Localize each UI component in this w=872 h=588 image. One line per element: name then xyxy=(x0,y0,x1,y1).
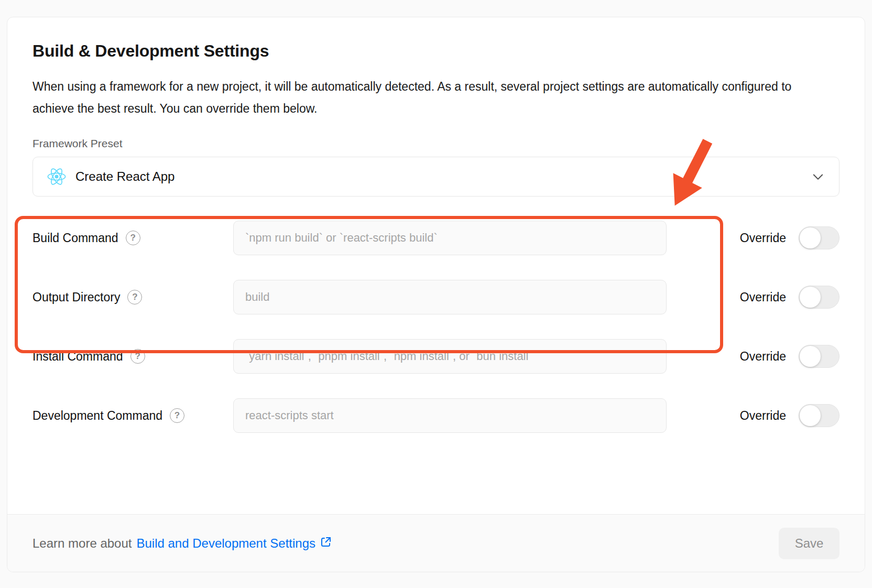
settings-row-build-command: Build Command ? Override xyxy=(32,221,840,255)
help-icon[interactable]: ? xyxy=(170,408,184,423)
output-directory-override-toggle[interactable] xyxy=(799,286,840,309)
build-settings-docs-link[interactable]: Build and Development Settings xyxy=(136,536,332,551)
build-command-input[interactable] xyxy=(233,221,667,255)
card-body: Build & Development Settings When using … xyxy=(7,17,865,514)
framework-preset-label: Framework Preset xyxy=(32,137,840,150)
output-directory-label: Output Directory xyxy=(32,290,120,304)
install-command-label: Install Command xyxy=(32,350,123,364)
override-label: Override xyxy=(740,290,786,304)
save-button[interactable]: Save xyxy=(779,528,840,559)
framework-preset-value: Create React App xyxy=(75,169,175,184)
toggle-knob xyxy=(800,227,821,248)
override-label: Override xyxy=(740,409,786,423)
override-label: Override xyxy=(740,231,786,245)
development-command-label: Development Command xyxy=(32,409,162,423)
learn-more-link-label: Build and Development Settings xyxy=(136,536,315,551)
development-command-override-toggle[interactable] xyxy=(799,404,840,427)
toggle-knob xyxy=(800,405,821,426)
install-command-override-toggle[interactable] xyxy=(799,345,840,368)
help-icon[interactable]: ? xyxy=(126,231,140,245)
development-command-input[interactable] xyxy=(233,398,667,433)
help-icon[interactable]: ? xyxy=(127,290,142,304)
install-command-input[interactable] xyxy=(233,339,667,374)
help-icon[interactable]: ? xyxy=(130,349,145,364)
toggle-knob xyxy=(800,346,821,367)
chevron-down-icon xyxy=(811,169,825,184)
override-label: Override xyxy=(740,350,786,364)
learn-more-prefix: Learn more about xyxy=(32,536,132,551)
panel-description: When using a framework for a new project… xyxy=(32,75,813,119)
settings-rows: Build Command ? Override Output Director… xyxy=(32,221,840,433)
build-command-override-toggle[interactable] xyxy=(799,226,840,249)
external-link-icon xyxy=(320,536,332,551)
settings-row-output-directory: Output Directory ? Override xyxy=(32,280,840,314)
build-command-label: Build Command xyxy=(32,231,118,245)
settings-row-install-command: Install Command ? Override xyxy=(32,339,840,374)
settings-row-development-command: Development Command ? Override xyxy=(32,398,840,433)
learn-more-text: Learn more about Build and Development S… xyxy=(32,536,332,551)
react-logo-icon xyxy=(47,167,67,187)
output-directory-input[interactable] xyxy=(233,280,667,314)
card-footer: Learn more about Build and Development S… xyxy=(7,514,865,572)
build-settings-card: Build & Development Settings When using … xyxy=(7,17,865,572)
toggle-knob xyxy=(800,287,821,308)
page-title: Build & Development Settings xyxy=(32,41,840,61)
framework-preset-select[interactable]: Create React App xyxy=(32,157,840,197)
